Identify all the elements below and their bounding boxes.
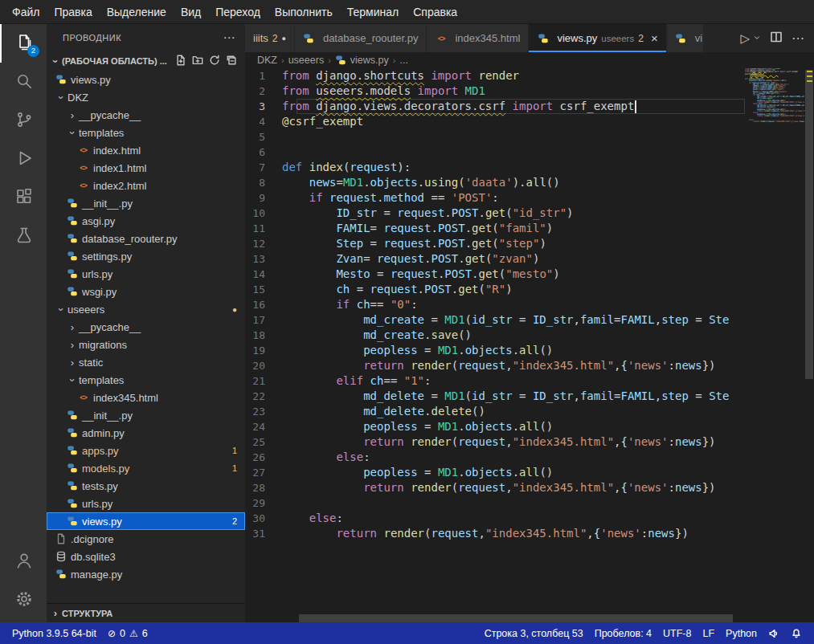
status-cursor-position[interactable]: Строка 3, столбец 53 (479, 628, 589, 639)
split-editor-icon[interactable] (770, 31, 783, 46)
status-eol[interactable]: LF (697, 628, 720, 639)
tree-file-__init__.py[interactable]: __init__.py (47, 406, 245, 424)
activity-extensions[interactable] (0, 178, 47, 217)
breadcrumb-item-...[interactable]: ... (399, 55, 407, 66)
code-line-12[interactable]: 12 Step = request.POST.get("step") (245, 236, 745, 251)
tree-folder-templates[interactable]: ›templates (47, 371, 245, 389)
breadcrumb-item-DKZ[interactable]: DKZ (257, 55, 277, 66)
code-line-3[interactable]: 3from django.views.decorators.csrf impor… (245, 99, 745, 114)
code-line-5[interactable]: 5 (245, 129, 745, 145)
tree-file-views.py[interactable]: views.py (47, 71, 245, 88)
megaphone-icon[interactable] (763, 628, 785, 639)
tree-file-apps.py[interactable]: apps.py1 (47, 442, 245, 459)
code-line-13[interactable]: 13 Zvan= request.POST.get("zvan") (245, 251, 745, 267)
tree-file-index345.html[interactable]: <>index345.html (47, 389, 245, 406)
close-tab-icon[interactable]: × (651, 31, 658, 45)
activity-testing[interactable] (0, 217, 47, 255)
vertical-scrollbar[interactable] (804, 68, 814, 614)
tree-file-manage.py[interactable]: manage.py (47, 565, 245, 583)
code-line-29[interactable]: 29 (245, 495, 745, 511)
menu-item-3[interactable]: Вид (174, 2, 208, 22)
code-editor[interactable]: 1from django.shortcuts import render2fro… (245, 68, 814, 622)
code-line-17[interactable]: 17 md_create = MD1(id_str = ID_str,famil… (245, 312, 745, 328)
code-line-4[interactable]: 4@csrf_exempt (245, 114, 745, 129)
tree-file-wsgi.py[interactable]: wsgi.py (47, 283, 245, 300)
tree-file-__init__.py[interactable]: __init__.py (47, 194, 245, 212)
status-problems[interactable]: ⊘0⚠6 (102, 628, 153, 639)
activity-explorer[interactable]: 2 (0, 24, 47, 63)
new-file-icon[interactable] (175, 55, 186, 67)
code-line-16[interactable]: 16 if ch== "0": (245, 297, 745, 312)
code-line-30[interactable]: 30 else: (245, 511, 745, 526)
tree-file-admin.py[interactable]: admin.py (47, 424, 245, 442)
code-line-9[interactable]: 9 if request.method == 'POST': (245, 190, 745, 206)
tree-folder-useeers[interactable]: ›useeers● (47, 300, 245, 318)
horizontal-scrollbar[interactable] (245, 614, 745, 622)
code-line-7[interactable]: 7def index(request): (245, 160, 745, 175)
tree-file-urls.py[interactable]: urls.py (47, 495, 245, 512)
tree-file-.dcignore[interactable]: .dcignore (47, 530, 245, 548)
code-line-8[interactable]: 8 news=MD1.objects.using('daata').all() (245, 175, 745, 190)
tree-file-urls.py[interactable]: urls.py (47, 265, 245, 283)
code-line-24[interactable]: 24 peopless = MD1.objects.all() (245, 419, 745, 434)
tree-file-database_roouter.py[interactable]: database_roouter.py (47, 230, 245, 247)
tab-vi[interactable]: vi (667, 24, 704, 52)
status-language[interactable]: Python (720, 628, 763, 639)
workspace-section-header[interactable]: › (РАБОЧАЯ ОБЛАСТЬ) ... (47, 51, 245, 71)
tree-file-views.py[interactable]: views.py2 (47, 512, 245, 530)
code-line-26[interactable]: 26 else: (245, 450, 745, 465)
code-line-19[interactable]: 19 peopless = MD1.objects.all() (245, 343, 745, 358)
code-line-25[interactable]: 25 return render(request,"index345.html"… (245, 434, 745, 450)
editor-more-actions-icon[interactable]: ⋯ (792, 31, 804, 46)
tab-database_roouter.py[interactable]: database_roouter.py (295, 24, 427, 52)
code-line-22[interactable]: 22 md_delete = MD1(id_str = ID_str,famil… (245, 389, 745, 404)
horizontal-scrollbar-slider[interactable] (299, 614, 733, 622)
breadcrumb-item-useeers[interactable]: useeers (288, 55, 324, 66)
code-line-20[interactable]: 20 return render(request,"index345.html"… (245, 358, 745, 373)
menu-item-2[interactable]: Выделение (100, 2, 174, 22)
refresh-icon[interactable] (209, 55, 220, 67)
tree-folder-migrations[interactable]: ›migrations (47, 336, 245, 353)
code-line-28[interactable]: 28 return render(request,"index345.html"… (245, 480, 745, 495)
minimap[interactable]: from django.shortcuts import renderfrom … (745, 68, 804, 614)
code-line-15[interactable]: 15 ch = request.POST.get("R") (245, 282, 745, 297)
code-line-6[interactable]: 6 (245, 145, 745, 160)
notifications-bell-icon[interactable] (785, 628, 808, 639)
tab-iiits[interactable]: iiits2● (245, 24, 295, 52)
code-line-2[interactable]: 2from useeers.models import MD1 (245, 84, 745, 99)
code-content[interactable]: 1from django.shortcuts import render2fro… (245, 68, 745, 614)
tree-folder-static[interactable]: ›static (47, 353, 245, 371)
menu-item-5[interactable]: Выполнить (268, 2, 340, 22)
activity-settings[interactable] (0, 581, 47, 619)
code-line-31[interactable]: 31 return render(request,"index345.html"… (245, 526, 745, 541)
menu-item-1[interactable]: Правка (47, 2, 99, 22)
activity-source-control[interactable] (0, 101, 47, 140)
tree-file-settings.py[interactable]: settings.py (47, 247, 245, 265)
code-line-21[interactable]: 21 elif ch== "1": (245, 373, 745, 389)
menu-item-6[interactable]: Терминал (340, 2, 406, 22)
code-line-18[interactable]: 18 md_create.save() (245, 328, 745, 343)
vertical-scrollbar-slider[interactable] (805, 70, 813, 379)
tree-file-index1.html[interactable]: <>index1.html (47, 159, 245, 177)
menu-item-4[interactable]: Переход (208, 2, 268, 22)
tree-file-tests.py[interactable]: tests.py (47, 477, 245, 495)
tree-file-index.html[interactable]: <>index.html (47, 141, 245, 159)
code-line-14[interactable]: 14 Mesto = request.POST.get("mesto") (245, 267, 745, 282)
code-line-1[interactable]: 1from django.shortcuts import render (245, 68, 745, 84)
code-line-23[interactable]: 23 md_delete.delete() (245, 404, 745, 419)
code-line-10[interactable]: 10 ID_str = request.POST.get("id_str") (245, 206, 745, 221)
tab-index345.html[interactable]: <>index345.html (427, 24, 529, 52)
tree-folder-templates[interactable]: ›templates (47, 124, 245, 141)
tree-folder-DKZ[interactable]: ›DKZ (47, 88, 245, 106)
activity-account[interactable] (0, 542, 47, 581)
tree-file-index2.html[interactable]: <>index2.html (47, 177, 245, 194)
activity-run-debug[interactable] (0, 140, 47, 178)
status-indentation[interactable]: Пробелов: 4 (589, 628, 657, 639)
run-python-file-button[interactable]: ▷ (740, 32, 750, 44)
new-folder-icon[interactable] (192, 55, 203, 67)
status-python-version[interactable]: Python 3.9.5 64-bit (6, 628, 102, 639)
code-line-11[interactable]: 11 FAMIL= request.POST.get("famil") (245, 221, 745, 236)
explorer-more-actions-icon[interactable]: ⋯ (223, 31, 236, 45)
outline-section-header[interactable]: › СТРУКТУРА (47, 603, 245, 622)
collapse-all-icon[interactable] (226, 55, 237, 67)
